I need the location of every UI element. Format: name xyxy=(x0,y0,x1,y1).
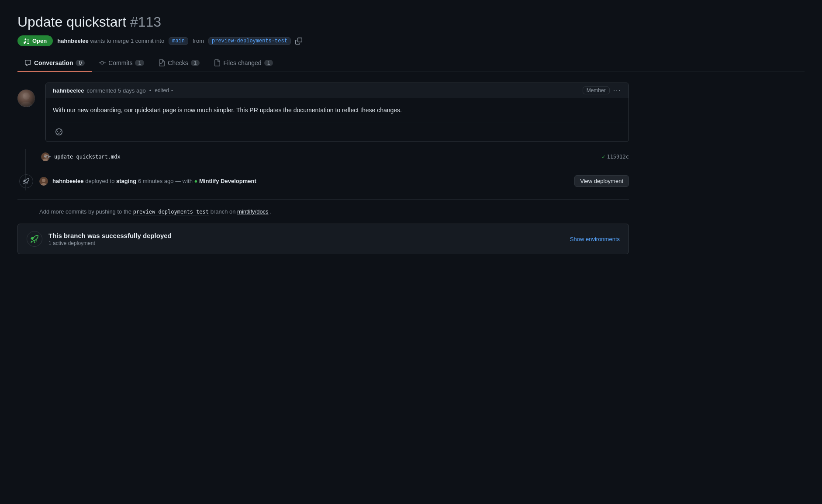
svg-point-8 xyxy=(42,179,45,182)
files-changed-icon xyxy=(214,59,221,66)
deploy-success-text: This branch was successfully deployed 1 … xyxy=(48,232,564,246)
add-reaction-button[interactable] xyxy=(53,126,65,138)
tab-commits-label: Commits xyxy=(108,59,132,66)
rocket-success-icon xyxy=(31,235,38,243)
tab-conversation[interactable]: Conversation 0 xyxy=(17,55,92,72)
push-hint-repo-link[interactable]: mintlify/docs xyxy=(237,208,269,215)
tab-files-changed[interactable]: Files changed 1 xyxy=(207,55,280,72)
deploy-text: hahnbeelee deployed to staging 6 minutes… xyxy=(52,178,256,184)
comment-text: With our new onboarding, our quickstart … xyxy=(53,105,622,115)
more-options-button[interactable]: ··· xyxy=(613,86,622,94)
tab-conversation-count: 0 xyxy=(76,60,85,66)
comment-body: With our new onboarding, our quickstart … xyxy=(46,98,629,122)
comment-header-right: Member ··· xyxy=(583,86,622,94)
deployment-row: hahnbeelee deployed to staging 6 minutes… xyxy=(39,172,629,190)
rocket-icon-circle xyxy=(19,174,33,188)
section-divider xyxy=(17,199,629,200)
comment-header: hahnbeelee commented 5 days ago • edited… xyxy=(46,83,629,98)
checks-icon xyxy=(158,59,165,66)
commit-name[interactable]: update quickstart.mdx xyxy=(54,154,121,160)
deploy-env: staging xyxy=(116,178,136,184)
copy-branch-button[interactable] xyxy=(295,38,302,45)
pr-meta: Open hahnbeelee wants to merge 1 commit … xyxy=(17,35,805,46)
comment-section: hahnbeelee commented 5 days ago • edited… xyxy=(17,83,629,142)
member-badge: Member xyxy=(583,86,610,94)
comment-box: hahnbeelee commented 5 days ago • edited… xyxy=(45,83,629,142)
commit-check-icon: ✓ xyxy=(602,154,605,160)
pr-number: #113 xyxy=(130,14,161,30)
push-hint-branch: preview-deployments-test xyxy=(133,209,209,215)
conversation-icon xyxy=(24,59,31,66)
commit-hash: ✓ 115912c xyxy=(602,154,629,160)
tab-checks-label: Checks xyxy=(168,59,188,66)
deploy-author-avatar xyxy=(39,177,48,186)
commit-icon xyxy=(44,153,51,160)
pr-merge-icon xyxy=(24,38,30,44)
deploy-service: Mintlify Development xyxy=(199,178,256,184)
tab-commits[interactable]: Commits 1 xyxy=(92,55,151,72)
avatar xyxy=(17,90,35,107)
comment-timestamp: commented 5 days ago xyxy=(87,87,146,94)
deploy-success-subtitle: 1 active deployment xyxy=(48,240,564,246)
smiley-icon xyxy=(55,128,62,135)
comment-author[interactable]: hahnbeelee xyxy=(53,87,84,94)
deploy-success-icon xyxy=(27,231,42,247)
pr-author: hahnbeelee wants to merge 1 commit into xyxy=(57,38,164,44)
main-content: hahnbeelee commented 5 days ago • edited… xyxy=(17,83,629,254)
commits-icon xyxy=(99,59,106,66)
tab-conversation-label: Conversation xyxy=(34,59,73,66)
tab-files-changed-label: Files changed xyxy=(223,59,261,66)
commit-row: update quickstart.mdx ✓ 115912c xyxy=(39,149,629,165)
deploy-success-card: This branch was successfully deployed 1 … xyxy=(17,224,629,254)
edited-dropdown[interactable]: edited xyxy=(155,87,174,93)
comment-footer xyxy=(46,122,629,142)
base-branch-badge[interactable]: main xyxy=(169,37,188,45)
view-deployment-button[interactable]: View deployment xyxy=(574,175,629,187)
pr-title-text: Update quickstart xyxy=(17,14,126,30)
tab-checks-count: 1 xyxy=(191,60,200,66)
commit-hash-text[interactable]: 115912c xyxy=(607,154,629,160)
comment-header-left: hahnbeelee commented 5 days ago • edited xyxy=(53,87,174,94)
svg-point-3 xyxy=(17,90,35,107)
pr-title: Update quickstart #113 xyxy=(17,14,805,30)
show-environments-link[interactable]: Show environments xyxy=(570,236,620,242)
tabs-container: Conversation 0 Commits 1 Checks 1 Files … xyxy=(17,55,805,72)
deploy-icon-wrapper xyxy=(19,174,33,188)
tab-commits-count: 1 xyxy=(135,60,144,66)
chevron-down-icon xyxy=(170,88,174,93)
tab-files-changed-count: 1 xyxy=(264,60,273,66)
pr-from-text: from xyxy=(193,38,204,44)
commit-icon-wrapper xyxy=(41,151,53,163)
rocket-icon xyxy=(23,178,29,184)
commenter-avatar-col xyxy=(17,83,40,142)
mintlify-dot-icon: ● xyxy=(194,178,198,184)
deploy-success-title: This branch was successfully deployed xyxy=(48,232,564,239)
open-badge: Open xyxy=(17,35,53,46)
tab-checks[interactable]: Checks 1 xyxy=(151,55,207,72)
commit-timeline: update quickstart.mdx ✓ 115912c xyxy=(17,149,629,190)
deploy-author: hahnbeelee xyxy=(52,178,84,184)
push-hint: Add more commits by pushing to the previ… xyxy=(17,208,629,215)
head-branch-badge[interactable]: preview-deployments-test xyxy=(208,37,291,45)
pr-status-text: Open xyxy=(32,38,47,44)
